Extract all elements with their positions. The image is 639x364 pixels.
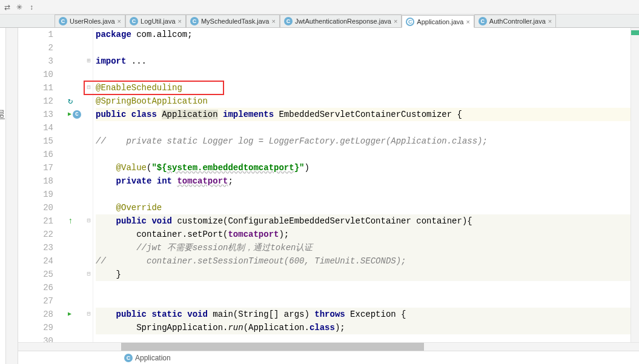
code-line[interactable] <box>96 281 639 294</box>
line-number[interactable]: 29 <box>18 321 53 334</box>
tab-userroles-java[interactable]: CUserRoles.java× <box>55 15 125 27</box>
code-line[interactable] <box>96 121 639 134</box>
code-line[interactable]: container.setPort(tomcatport); <box>96 228 639 241</box>
code-line[interactable]: SpringApplication.run(Application.class)… <box>96 321 639 334</box>
tab-myscheduledtask-java[interactable]: CMyScheduledTask.java× <box>186 15 280 27</box>
line-number[interactable]: 26 <box>18 281 53 294</box>
token-fld: tomcatport <box>228 230 279 239</box>
breadcrumb-bar[interactable]: C Application <box>18 351 639 364</box>
code-line[interactable] <box>96 294 639 308</box>
bean-icon[interactable]: ↻ <box>68 94 73 108</box>
code-line[interactable] <box>96 334 639 342</box>
token-kw: import <box>96 56 131 66</box>
gear-icon[interactable]: ✳ <box>15 2 24 12</box>
close-icon[interactable]: × <box>271 18 275 25</box>
gutter-icon-cell <box>67 55 85 68</box>
tool-icon-1[interactable]: ⇄ <box>2 2 12 12</box>
line-number[interactable]: 30 <box>18 334 53 342</box>
code-line[interactable] <box>96 188 639 201</box>
code-line[interactable] <box>96 41 639 55</box>
fold-toggle <box>85 294 93 308</box>
fold-toggle[interactable]: ⊟ <box>85 214 93 228</box>
fold-toggle <box>85 334 93 342</box>
code-line[interactable]: @SpringBootApplication <box>96 94 639 108</box>
fold-toggle[interactable]: ⊟ <box>85 308 93 321</box>
token-kw: package <box>96 30 136 39</box>
line-number[interactable]: 12 <box>18 94 53 108</box>
line-number[interactable]: 20 <box>18 201 53 214</box>
line-number[interactable]: 10 <box>18 68 53 81</box>
code-line[interactable]: public static void main(String[] args) t… <box>96 308 639 321</box>
code-line[interactable]: @Override <box>96 201 639 214</box>
line-number[interactable]: 19 <box>18 188 53 201</box>
token-kw: class <box>310 323 335 333</box>
gutter-icon-cell <box>67 321 85 334</box>
code-line[interactable]: //jwt 不需要session机制，通过token认证 <box>96 241 639 254</box>
project-panel-stub[interactable]: mpl <box>0 28 6 364</box>
fold-toggle[interactable]: ⊟ <box>85 268 93 281</box>
line-number[interactable]: 3 <box>18 55 53 68</box>
code-line[interactable]: @EnableScheduling <box>96 81 639 94</box>
run-icon[interactable]: ▶ <box>68 108 71 121</box>
token-id: ) <box>305 163 310 173</box>
token-cmt: // container.setSessionTimeout(600, Time… <box>96 256 406 266</box>
token-ann: @Override <box>96 203 162 213</box>
vertical-scrollbar[interactable] <box>631 28 639 342</box>
code-line[interactable]: // private static Logger log = LoggerFac… <box>96 134 639 148</box>
line-number[interactable]: 2 <box>18 41 53 55</box>
line-number[interactable]: 17 <box>18 161 53 174</box>
line-number[interactable]: 18 <box>18 174 53 188</box>
fold-toggle[interactable]: ⊞ <box>85 55 93 68</box>
close-icon[interactable]: × <box>178 18 182 25</box>
code-line[interactable]: public void customize(ConfigurableEmbedd… <box>96 214 639 228</box>
code-area[interactable]: 1231011121314151617181920212223242526272… <box>18 28 639 342</box>
horizontal-scrollbar[interactable] <box>18 342 639 351</box>
close-icon[interactable]: × <box>466 18 469 25</box>
line-number[interactable]: 15 <box>18 134 53 148</box>
line-number[interactable]: 11 <box>18 81 53 94</box>
tab-jwtauthenticationresponse-java[interactable]: CJwtAuthenticationResponse.java× <box>280 15 402 27</box>
fold-toggle <box>85 108 93 121</box>
code-line[interactable]: } <box>96 268 639 281</box>
fold-toggle[interactable]: ⊟ <box>85 81 93 94</box>
token-ann: @EnableScheduling <box>96 83 182 93</box>
line-number[interactable]: 21 <box>18 214 53 228</box>
token-id: main(String[] args) <box>213 309 314 319</box>
line-number[interactable]: 22 <box>18 228 53 241</box>
line-number[interactable]: 24 <box>18 254 53 268</box>
code-line[interactable]: public class Application implements Embe… <box>96 108 639 121</box>
token-id: customize(ConfigurableEmbeddedServletCon… <box>177 216 472 226</box>
line-number[interactable]: 28 <box>18 308 53 321</box>
code-line[interactable]: private int tomcatport; <box>96 174 639 188</box>
line-number[interactable]: 16 <box>18 148 53 161</box>
line-number[interactable]: 14 <box>18 121 53 134</box>
gutter-icon-cell <box>67 241 85 254</box>
line-number[interactable]: 27 <box>18 294 53 308</box>
close-icon[interactable]: × <box>548 18 552 25</box>
tab-authcontroller-java[interactable]: CAuthController.java× <box>474 15 556 27</box>
token-cmt: // private static Logger log = LoggerFac… <box>96 136 488 146</box>
code-line[interactable]: package com.allcom; <box>96 28 639 41</box>
tool-icon-3[interactable]: ↕ <box>27 2 36 12</box>
java-class-icon: C <box>284 17 293 25</box>
code-line[interactable] <box>96 68 639 81</box>
hscroll-thumb[interactable] <box>121 343 424 351</box>
code-line[interactable] <box>96 148 639 161</box>
code-line[interactable]: import ... <box>96 55 639 68</box>
code-line[interactable]: // container.setSessionTimeout(600, Time… <box>96 254 639 268</box>
line-number[interactable]: 13 <box>18 108 53 121</box>
gutter-icons: ↻▶C↑▶ <box>67 28 85 342</box>
line-number[interactable]: 1 <box>18 28 53 41</box>
line-number[interactable]: 23 <box>18 241 53 254</box>
class-icon[interactable]: C <box>73 110 81 119</box>
token-mtd-i: run <box>228 323 243 333</box>
tab-application-java[interactable]: CApplication.java× <box>402 15 474 28</box>
code-line[interactable]: @Value("${system.embeddedtomcatport}") <box>96 161 639 174</box>
line-number[interactable]: 25 <box>18 268 53 281</box>
close-icon[interactable]: × <box>118 18 121 25</box>
tab-logutil-java[interactable]: CLogUtil.java× <box>125 15 186 27</box>
close-icon[interactable]: × <box>394 18 397 25</box>
override-icon[interactable]: ↑ <box>68 214 73 228</box>
code-content[interactable]: package com.allcom;import ...@EnableSche… <box>93 28 639 342</box>
run-icon[interactable]: ▶ <box>68 308 71 321</box>
